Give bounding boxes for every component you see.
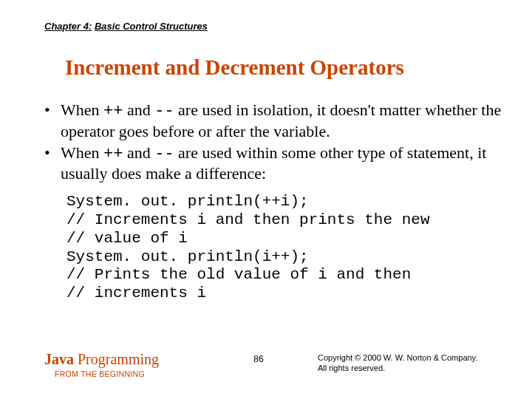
text: and bbox=[123, 143, 154, 162]
text: When bbox=[61, 100, 103, 119]
chapter-name: Basic Control Structures bbox=[95, 21, 208, 32]
dec-operator: -- bbox=[154, 102, 174, 120]
chapter-number: Chapter 4: bbox=[44, 21, 92, 32]
bullet-item: When ++ and -- are used in isolation, it… bbox=[44, 100, 502, 142]
bullet-list: When ++ and -- are used in isolation, it… bbox=[44, 100, 502, 184]
book-subtitle: FROM THE BEGINNING bbox=[55, 369, 200, 378]
text: and bbox=[123, 100, 154, 119]
page-number: 86 bbox=[253, 354, 263, 364]
code-block: System. out. println(++i); // Increments… bbox=[66, 193, 502, 303]
footer: Java Programming FROM THE BEGINNING 86 C… bbox=[0, 351, 532, 378]
inc-operator: ++ bbox=[103, 102, 123, 120]
text: When bbox=[61, 143, 103, 162]
chapter-heading: Chapter 4: Basic Control Structures bbox=[44, 21, 502, 32]
inc-operator: ++ bbox=[103, 145, 123, 163]
book-title: Java Programming FROM THE BEGINNING bbox=[44, 351, 200, 378]
slide-title: Increment and Decrement Operators bbox=[65, 55, 502, 80]
dec-operator: -- bbox=[154, 145, 174, 163]
copyright: Copyright © 2000 W. W. Norton & Company.… bbox=[318, 352, 488, 374]
bullet-item: When ++ and -- are used within some othe… bbox=[44, 143, 502, 185]
book-title-programming: Programming bbox=[74, 351, 159, 367]
book-title-java: Java bbox=[44, 351, 74, 367]
copyright-line: Copyright © 2000 W. W. Norton & Company. bbox=[318, 352, 488, 363]
copyright-line: All rights reserved. bbox=[318, 363, 488, 373]
